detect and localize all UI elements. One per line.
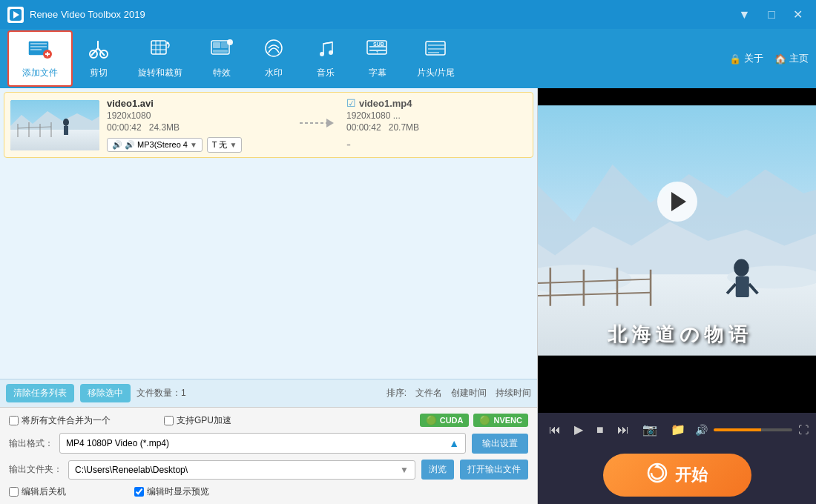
open-folder-button[interactable]: 打开输出文件 <box>460 460 528 480</box>
toolbar-watermark[interactable]: 水印 <box>248 30 300 87</box>
rotate-icon <box>148 38 172 64</box>
sort-by-name[interactable]: 文件名 <box>415 387 442 399</box>
subtitle-label: T 无 <box>212 139 228 150</box>
svg-rect-21 <box>213 42 220 48</box>
fullscreen-button[interactable]: ⛶ <box>798 424 809 436</box>
toolbar: 添加文件 剪切 <box>0 29 816 88</box>
play-overlay-button[interactable] <box>657 182 697 222</box>
home-label: 主页 <box>789 52 809 65</box>
sort-by-date[interactable]: 创建时间 <box>451 387 487 399</box>
svg-line-30 <box>323 42 332 44</box>
svg-point-48 <box>63 119 69 126</box>
audio-arrow-icon: ▼ <box>190 141 197 149</box>
svg-rect-22 <box>221 42 228 48</box>
preview-label: 编辑时显示预览 <box>147 485 209 498</box>
output-dash: - <box>346 137 351 152</box>
svg-point-65 <box>734 259 749 276</box>
cuda-badge: 🟢 CUDA <box>420 414 470 427</box>
format-value: MP4 1080P Video (*.mp4) <box>66 438 169 448</box>
preview-input[interactable] <box>134 487 144 497</box>
subtitle-label: 字幕 <box>369 67 386 79</box>
shutdown-checkbox[interactable]: 编辑后关机 <box>9 485 66 498</box>
audio-select[interactable]: 🔊 🔊 MP3(Stereo 4 ▼ <box>107 138 203 152</box>
gpu-area: 🟢 CUDA 🟢 NVENC <box>420 414 528 427</box>
app-title: Renee Video Toolbox 2019 <box>30 9 145 20</box>
add-file-icon <box>28 38 52 64</box>
input-duration-size: 00:00:42 24.3MB <box>107 122 287 133</box>
svg-rect-70 <box>538 356 816 413</box>
svg-point-28 <box>320 52 324 56</box>
toolbar-music[interactable]: 音乐 <box>300 30 352 87</box>
output-settings-button[interactable]: 输出设置 <box>472 434 528 454</box>
file-row: 北海道の物语 video1.avi 1920x1080 00:00:42 24.… <box>4 92 533 158</box>
merge-all-checkbox[interactable]: 将所有文件合并为一个 <box>9 414 111 427</box>
merge-all-input[interactable] <box>9 416 19 425</box>
toolbar-cut[interactable]: 剪切 <box>73 30 125 87</box>
browse-button[interactable]: 浏览 <box>421 460 454 480</box>
gpu-accel-input[interactable] <box>164 416 174 425</box>
maximize-button[interactable]: □ <box>762 6 781 23</box>
minimize-button[interactable]: ▼ <box>732 6 756 23</box>
toolbar-rotate[interactable]: 旋转和裁剪 <box>125 30 196 87</box>
sort-area: 排序: 文件名 创建时间 持续时间 <box>386 387 531 399</box>
home-link[interactable]: 🏠 主页 <box>774 52 809 65</box>
start-label: 开始 <box>675 464 708 486</box>
preview-checkbox[interactable]: 编辑时显示预览 <box>134 485 209 498</box>
input-filename: video1.avi <box>107 98 287 109</box>
home-icon: 🏠 <box>774 53 786 64</box>
file-count: 文件数量：1 <box>136 387 186 399</box>
svg-text:T: T <box>376 50 378 55</box>
start-button[interactable]: 开始 <box>603 454 751 497</box>
file-list: 北海道の物语 video1.avi 1920x1080 00:00:42 24.… <box>0 88 537 379</box>
svg-point-29 <box>329 50 333 55</box>
title-bar-controls: ▼ □ ✕ <box>732 6 809 23</box>
clear-list-button[interactable]: 清除任务列表 <box>6 384 74 402</box>
folder-path-display[interactable]: C:\Users\Reneelab\Desktop\ ▼ <box>68 460 415 480</box>
left-panel: 北海道の物语 video1.avi 1920x1080 00:00:42 24.… <box>0 88 538 504</box>
nvenc-label: NVENC <box>493 416 522 425</box>
toolbar-intro[interactable]: 片头/片尾 <box>404 30 468 87</box>
open-folder-ctrl-button[interactable]: 📁 <box>667 420 689 439</box>
effects-label: 特效 <box>213 67 231 79</box>
toolbar-add-file[interactable]: 添加文件 <box>7 30 73 87</box>
stop-button[interactable]: ■ <box>593 421 608 439</box>
intro-label: 片头/片尾 <box>417 67 455 79</box>
about-link[interactable]: 🔒 关于 <box>729 52 763 65</box>
lock-icon: 🔒 <box>729 53 741 64</box>
file-controls: 🔊 🔊 MP3(Stereo 4 ▼ T 无 ▼ <box>107 137 287 153</box>
screenshot-button[interactable]: 📷 <box>639 420 661 439</box>
play-triangle-icon <box>671 192 686 211</box>
file-thumbnail: 北海道の物语 <box>10 100 99 150</box>
settings-panel: 将所有文件合并为一个 支持GPU加速 🟢 CUDA 🟢 NVENC <box>0 407 537 504</box>
format-select[interactable]: MP4 1080P Video (*.mp4) ▲ <box>59 433 466 454</box>
remove-selected-button[interactable]: 移除选中 <box>80 384 131 402</box>
nvenc-badge: 🟢 NVENC <box>473 414 528 427</box>
subtitle-select[interactable]: T 无 ▼ <box>207 137 242 153</box>
svg-rect-23 <box>213 50 228 53</box>
music-label: 音乐 <box>317 67 335 79</box>
next-frame-button[interactable]: ⏭ <box>613 421 633 439</box>
output-duration-size: 00:00:42 20.7MB <box>346 122 527 133</box>
play-button[interactable]: ▶ <box>570 420 587 439</box>
cut-icon <box>88 38 110 64</box>
rotate-label: 旋转和裁剪 <box>138 67 182 79</box>
shutdown-input[interactable] <box>9 487 19 497</box>
video-scene-svg: 北 海 道 の 物 语 <box>538 88 816 413</box>
watermark-icon <box>263 38 285 64</box>
gpu-accel-label: 支持GPU加速 <box>177 414 231 427</box>
toolbar-right: 🔒 关于 🏠 主页 <box>729 52 809 65</box>
audio-icon: 🔊 <box>112 140 122 150</box>
output-check-icon: ☑ <box>346 97 356 109</box>
volume-icon: 🔊 <box>695 424 708 436</box>
gpu-accel-checkbox[interactable]: 支持GPU加速 <box>164 414 231 427</box>
toolbar-effects[interactable]: 特效 <box>196 30 248 87</box>
volume-slider[interactable] <box>714 428 792 431</box>
close-button[interactable]: ✕ <box>787 6 809 23</box>
toolbar-subtitle[interactable]: SUB T 字幕 <box>352 30 404 87</box>
sort-by-duration[interactable]: 持续时间 <box>496 387 531 399</box>
subtitle-arrow-icon: ▼ <box>229 141 237 149</box>
prev-frame-button[interactable]: ⏮ <box>545 421 565 439</box>
title-bar: Renee Video Toolbox 2019 ▼ □ ✕ <box>0 0 816 29</box>
cuda-label: CUDA <box>440 416 464 425</box>
svg-text:SUB: SUB <box>373 42 384 47</box>
